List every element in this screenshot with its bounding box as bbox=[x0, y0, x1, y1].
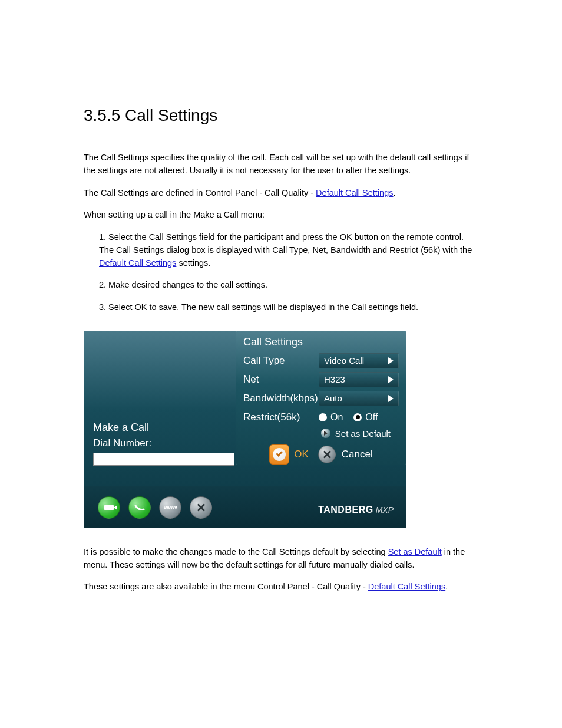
video-call-icon[interactable] bbox=[98, 496, 120, 519]
call-type-label: Call Type bbox=[243, 355, 319, 367]
paragraph-steps-intro: When setting up a call in the Make a Cal… bbox=[84, 209, 478, 222]
bandwidth-row: Bandwidth(kbps) Auto bbox=[243, 390, 399, 407]
set-default-button[interactable] bbox=[321, 429, 330, 438]
bandwidth-value: Auto bbox=[324, 393, 342, 403]
set-as-default-label: Set as Default bbox=[335, 429, 391, 439]
link-default-call-settings-3[interactable]: Default Call Settings bbox=[368, 582, 445, 591]
camera-icon bbox=[104, 505, 114, 510]
link-set-as-default[interactable]: Set as Default bbox=[388, 547, 442, 556]
step-3: 3. Select OK to save. The new call setti… bbox=[84, 301, 478, 314]
text-fragment: settings. bbox=[176, 258, 210, 268]
call-type-select[interactable]: Video Call bbox=[319, 353, 399, 368]
app-panel: Make a Call Dial Number: Call Settings C… bbox=[84, 331, 406, 528]
embedded-screenshot: Make a Call Dial Number: Call Settings C… bbox=[84, 331, 478, 528]
restrict-row: Restrict(56k) On Off bbox=[243, 409, 399, 426]
net-row: Net H323 bbox=[243, 371, 399, 388]
call-settings-popup: Call Settings Call Type Video Call Net H… bbox=[236, 331, 406, 465]
call-type-value: Video Call bbox=[324, 355, 364, 365]
close-button[interactable] bbox=[190, 496, 212, 519]
paragraph-also-available: These settings are also available in the… bbox=[84, 581, 478, 594]
call-type-row: Call Type Video Call bbox=[243, 352, 399, 370]
text-fragment: . bbox=[445, 582, 448, 591]
logo-brand: TANDBERG bbox=[318, 505, 373, 515]
restrict-label: Restrict(56k) bbox=[243, 411, 319, 423]
chevron-right-icon bbox=[388, 395, 394, 402]
chevron-right-icon bbox=[388, 357, 394, 364]
check-icon bbox=[273, 448, 286, 461]
net-label: Net bbox=[243, 374, 319, 386]
step-1: 1. Select the Call Settings field for th… bbox=[84, 231, 478, 269]
chevron-right-icon bbox=[388, 376, 394, 383]
section-divider bbox=[84, 130, 478, 130]
step-2: 2. Make desired changes to the call sett… bbox=[84, 279, 478, 292]
paragraph-set-default: It is possible to make the changes made … bbox=[84, 546, 478, 572]
text-fragment: . bbox=[393, 188, 395, 197]
close-icon bbox=[318, 446, 336, 463]
call-settings-title: Call Settings bbox=[243, 336, 399, 348]
text-fragment: 1. Select the Call Settings field for th… bbox=[99, 232, 472, 255]
paragraph-intro: The Call Settings specifies the quality … bbox=[84, 151, 478, 177]
dial-number-label: Dial Number: bbox=[93, 437, 238, 449]
cancel-label: Cancel bbox=[342, 449, 373, 460]
bandwidth-select[interactable]: Auto bbox=[319, 391, 399, 406]
restrict-on-radio[interactable]: On bbox=[319, 412, 343, 423]
ok-button[interactable]: OK bbox=[269, 444, 309, 465]
ok-label: OK bbox=[294, 449, 309, 460]
link-default-call-settings-2[interactable]: Default Call Settings bbox=[99, 258, 176, 268]
paragraph-defaults: The Call Settings are defined in Control… bbox=[84, 187, 478, 200]
bandwidth-label: Bandwidth(kbps) bbox=[243, 393, 319, 404]
logo-suffix: MXP bbox=[376, 505, 394, 515]
make-a-call-title: Make a Call bbox=[93, 421, 238, 434]
phone-icon bbox=[134, 502, 145, 513]
chevron-right-icon bbox=[324, 431, 328, 436]
restrict-off-radio[interactable]: Off bbox=[353, 412, 378, 423]
section-title: 3.5.5 Call Settings bbox=[84, 106, 478, 125]
net-select[interactable]: H323 bbox=[319, 372, 399, 387]
text-fragment: These settings are also available in the… bbox=[84, 582, 368, 591]
text-fragment: The Call Settings are defined in Control… bbox=[84, 188, 316, 197]
restrict-off-label: Off bbox=[365, 412, 378, 423]
ok-icon bbox=[269, 444, 289, 465]
www-icon: www bbox=[164, 504, 177, 510]
close-icon bbox=[197, 503, 205, 512]
www-button[interactable]: www bbox=[159, 496, 181, 519]
brand-logo: TANDBERG MXP bbox=[318, 505, 394, 515]
bottom-toolbar: www bbox=[98, 496, 212, 519]
dial-number-input[interactable] bbox=[93, 453, 234, 466]
restrict-radio-group: On Off bbox=[319, 412, 378, 423]
text-leading: It is possible to make the changes made … bbox=[84, 547, 388, 556]
radio-icon bbox=[319, 413, 327, 421]
net-value: H323 bbox=[324, 374, 345, 384]
set-as-default-row: Set as Default bbox=[243, 429, 399, 439]
audio-call-icon[interactable] bbox=[128, 496, 151, 519]
radio-icon bbox=[353, 413, 362, 421]
cancel-button[interactable]: Cancel bbox=[318, 446, 373, 463]
link-default-call-settings[interactable]: Default Call Settings bbox=[316, 188, 393, 197]
dialog-buttons: OK Cancel bbox=[243, 444, 399, 465]
restrict-on-label: On bbox=[330, 412, 343, 423]
make-a-call-box: Make a Call Dial Number: bbox=[93, 421, 238, 466]
